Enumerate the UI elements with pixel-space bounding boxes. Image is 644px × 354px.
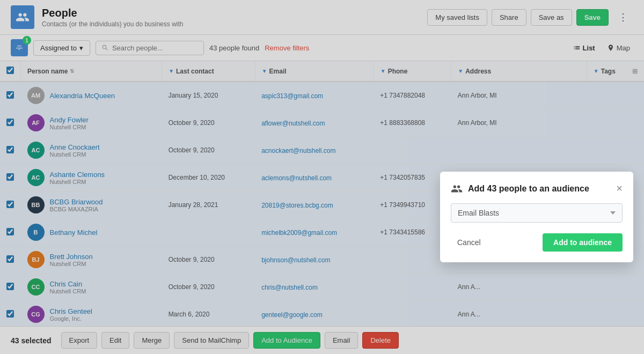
modal-cancel-button[interactable]: Cancel [451, 234, 487, 251]
audience-icon [451, 183, 463, 195]
modal-close-button[interactable]: × [616, 182, 623, 195]
modal-header: Add 43 people to an audience × [451, 182, 623, 195]
modal-footer: Cancel Add to audience [451, 233, 623, 252]
modal-title: Add 43 people to an audience [451, 183, 589, 195]
modal-title-text: Add 43 people to an audience [468, 184, 589, 194]
modal-overlay: Add 43 people to an audience × Email Bla… [0, 0, 644, 354]
modal-add-button[interactable]: Add to audience [543, 233, 623, 252]
audience-dropdown[interactable]: Email Blasts Newsletter Promotions [451, 203, 623, 223]
add-to-audience-modal: Add 43 people to an audience × Email Bla… [440, 172, 633, 262]
